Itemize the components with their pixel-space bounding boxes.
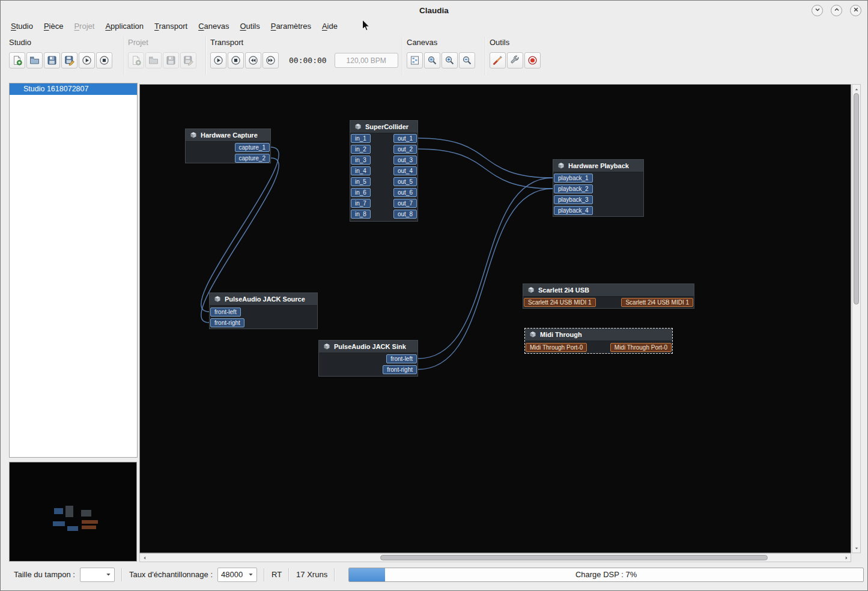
box-icon bbox=[529, 331, 536, 338]
canvas-arrange-button[interactable] bbox=[407, 52, 423, 68]
port-supercollider-out_5[interactable]: out_5 bbox=[393, 177, 417, 186]
port-scarlett-midi-in[interactable]: Scarlett 2i4 USB MIDI 1 bbox=[524, 298, 596, 307]
canvas-hscrollbar[interactable] bbox=[139, 553, 851, 562]
stop-studio-button[interactable] bbox=[96, 52, 112, 68]
port-hardware-capture-capture_2[interactable]: capture_2 bbox=[235, 154, 270, 163]
node-title: Hardware Capture bbox=[201, 132, 258, 139]
port-hardware-playback-playback_2[interactable]: playback_2 bbox=[554, 184, 593, 193]
port-supercollider-out_6[interactable]: out_6 bbox=[393, 188, 417, 197]
menu-aide[interactable]: Aide bbox=[317, 20, 343, 33]
shade-button[interactable] bbox=[812, 5, 823, 16]
port-supercollider-in_8[interactable]: in_8 bbox=[351, 210, 371, 219]
port-pa-source-front-left[interactable]: front-left bbox=[210, 308, 241, 317]
transport-backwards-button[interactable] bbox=[245, 52, 261, 68]
node-pa-sink[interactable]: PulseAudio JACK Sinkfront-leftfront-righ… bbox=[318, 340, 418, 377]
port-midi-through-port0-in[interactable]: Midi Through Port-0 bbox=[526, 343, 587, 352]
menu-transport[interactable]: Transport bbox=[149, 20, 193, 33]
port-supercollider-out_8[interactable]: out_8 bbox=[393, 210, 417, 219]
rename-studio-button[interactable] bbox=[61, 52, 77, 68]
configure-claudia-button[interactable] bbox=[490, 52, 506, 68]
port-hardware-capture-capture_1[interactable]: capture_1 bbox=[235, 143, 270, 152]
save-studio-button[interactable] bbox=[44, 52, 60, 68]
menu-parametres[interactable]: Paramètres bbox=[266, 20, 317, 33]
node-title: PulseAudio JACK Sink bbox=[334, 343, 406, 350]
connection-wire[interactable] bbox=[418, 138, 553, 178]
node-supercollider[interactable]: SuperColliderin_1in_2in_3in_4in_5in_6in_… bbox=[350, 120, 418, 222]
scroll-right-arrow[interactable] bbox=[842, 554, 850, 562]
port-supercollider-in_4[interactable]: in_4 bbox=[351, 166, 371, 175]
zoom-fit-button[interactable] bbox=[424, 52, 440, 68]
hscroll-thumb[interactable] bbox=[380, 555, 768, 560]
toolbar-group-label: Outils bbox=[490, 38, 541, 47]
scroll-up-arrow[interactable] bbox=[852, 85, 860, 93]
node-scarlett[interactable]: Scarlett 2i4 USBScarlett 2i4 USB MIDI 1S… bbox=[523, 283, 694, 309]
port-pa-sink-front-left[interactable]: front-left bbox=[386, 354, 417, 363]
load-studio-button[interactable] bbox=[26, 52, 43, 68]
scroll-down-arrow[interactable] bbox=[852, 544, 860, 552]
transport-forwards-button[interactable] bbox=[263, 52, 279, 68]
port-midi-through-port0-out[interactable]: Midi Through Port-0 bbox=[610, 343, 672, 352]
floppy-icon bbox=[166, 55, 176, 65]
transport-play-button[interactable] bbox=[210, 52, 226, 68]
zoom-out-button[interactable] bbox=[459, 52, 475, 68]
port-supercollider-out_1[interactable]: out_1 bbox=[393, 134, 417, 143]
scroll-left-arrow[interactable] bbox=[141, 554, 148, 562]
port-supercollider-in_1[interactable]: in_1 bbox=[351, 134, 371, 143]
port-scarlett-midi-out[interactable]: Scarlett 2i4 USB MIDI 1 bbox=[621, 298, 693, 307]
port-supercollider-in_2[interactable]: in_2 bbox=[351, 145, 371, 154]
samplerate-label: Taux d'échantillonnage : bbox=[129, 570, 213, 579]
jack-record-button[interactable] bbox=[524, 52, 541, 68]
menu-projet[interactable]: Projet bbox=[68, 20, 100, 33]
toolbar-group-label: Canevas bbox=[407, 38, 475, 47]
start-studio-button[interactable] bbox=[79, 52, 95, 68]
port-pa-sink-front-right[interactable]: front-right bbox=[383, 365, 417, 374]
port-supercollider-in_5[interactable]: in_5 bbox=[351, 177, 371, 186]
port-hardware-playback-playback_1[interactable]: playback_1 bbox=[554, 174, 593, 183]
rename-project-button[interactable] bbox=[180, 52, 196, 68]
buffer-size-select[interactable] bbox=[80, 568, 115, 582]
port-hardware-playback-playback_4[interactable]: playback_4 bbox=[554, 206, 593, 215]
connection-wire[interactable] bbox=[201, 147, 279, 312]
new-project-button[interactable] bbox=[128, 52, 144, 68]
load-project-button[interactable] bbox=[145, 52, 162, 68]
zoom-fit-icon bbox=[427, 55, 437, 65]
port-supercollider-out_4[interactable]: out_4 bbox=[393, 166, 417, 175]
studio-list-item[interactable]: Studio 1618072807 bbox=[10, 83, 137, 95]
save-project-button[interactable] bbox=[163, 52, 179, 68]
menu-outils[interactable]: Outils bbox=[234, 20, 265, 33]
toolbar: Studio Projet Transport 00:00:00 120,00 … bbox=[1, 34, 867, 82]
new-studio-button[interactable] bbox=[9, 52, 25, 68]
port-supercollider-out_7[interactable]: out_7 bbox=[393, 199, 417, 208]
menu-canevas[interactable]: Canevas bbox=[193, 20, 234, 33]
menu-piece[interactable]: Pièce bbox=[38, 20, 69, 33]
maximize-button[interactable] bbox=[831, 5, 842, 16]
transport-stop-button[interactable] bbox=[228, 52, 244, 68]
menu-application[interactable]: Application bbox=[100, 20, 149, 33]
port-supercollider-in_3[interactable]: in_3 bbox=[351, 156, 371, 165]
port-supercollider-out_2[interactable]: out_2 bbox=[393, 145, 417, 154]
port-supercollider-in_6[interactable]: in_6 bbox=[351, 188, 371, 197]
samplerate-value: 48000 bbox=[221, 570, 243, 579]
node-hardware-capture[interactable]: Hardware Capturecapture_1capture_2 bbox=[185, 129, 271, 163]
node-hardware-playback[interactable]: Hardware Playbackplayback_1playback_2pla… bbox=[553, 159, 644, 217]
port-supercollider-in_7[interactable]: in_7 bbox=[351, 199, 371, 208]
bpm-input[interactable]: 120,00 BPM bbox=[335, 53, 398, 68]
zoom-in-button[interactable] bbox=[442, 52, 458, 68]
configure-jack-button[interactable] bbox=[507, 52, 523, 68]
connection-wire[interactable] bbox=[418, 149, 553, 189]
studio-list: Studio 1618072807 bbox=[9, 83, 138, 458]
canvas-vscrollbar[interactable] bbox=[852, 84, 861, 553]
port-supercollider-out_3[interactable]: out_3 bbox=[393, 156, 417, 165]
node-midi-through[interactable]: Midi ThroughMidi Through Port-0Midi Thro… bbox=[524, 328, 673, 354]
stop-circle-icon bbox=[99, 55, 109, 65]
node-header: Midi Through bbox=[525, 329, 672, 341]
port-pa-source-front-right[interactable]: front-right bbox=[210, 318, 244, 327]
menu-studio[interactable]: Studio bbox=[5, 20, 38, 33]
node-pa-source[interactable]: PulseAudio JACK Sourcefront-leftfront-ri… bbox=[209, 292, 318, 329]
close-button[interactable] bbox=[850, 5, 861, 16]
port-hardware-playback-playback_3[interactable]: playback_3 bbox=[554, 195, 593, 204]
canvas-minimap[interactable] bbox=[9, 462, 137, 562]
samplerate-select[interactable]: 48000 bbox=[217, 568, 257, 582]
patchbay-canvas[interactable]: Hardware Capturecapture_1capture_2SuperC… bbox=[139, 84, 851, 553]
vscroll-thumb[interactable] bbox=[854, 93, 859, 305]
